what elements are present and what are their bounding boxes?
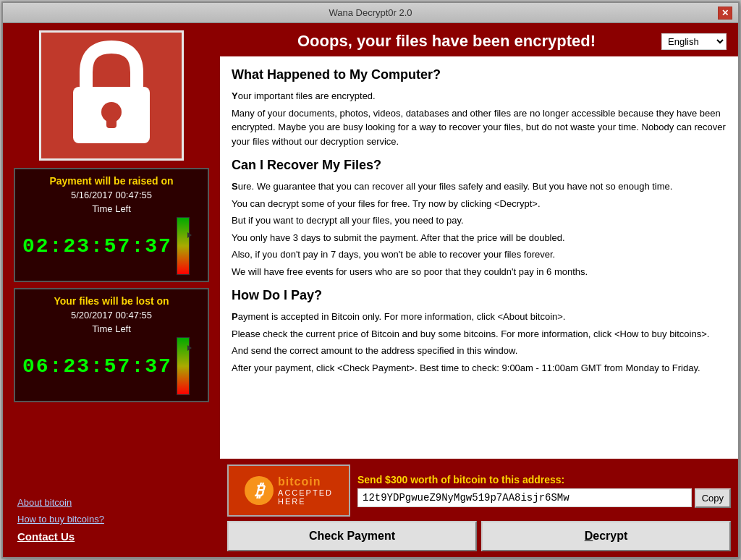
bitcoin-word: bitcoin bbox=[278, 475, 333, 488]
section2-para1: Sure. We guarantee that you can recover … bbox=[232, 179, 727, 194]
countdown-box-1: Payment will be raised on 5/16/2017 00:4… bbox=[14, 168, 209, 282]
section3-para2: Please check the current price of Bitcoi… bbox=[232, 327, 727, 341]
color-bar-1 bbox=[177, 217, 190, 275]
send-label: Send $300 worth of bitcoin to this addre… bbox=[357, 474, 731, 485]
color-bar-2 bbox=[177, 337, 190, 395]
left-links: About bitcoin How to buy bitcoins? Conta… bbox=[10, 408, 213, 550]
color-bar-indicator-2 bbox=[187, 345, 192, 351]
svg-rect-2 bbox=[106, 112, 117, 128]
countdown2-timer: 06:23:57:37 bbox=[22, 355, 172, 378]
bitcoin-accepted: ACCEPTED bbox=[278, 488, 333, 497]
countdown-box-2: Your files will be lost on 5/20/2017 00:… bbox=[14, 288, 209, 402]
right-header: Ooops, your files have been encrypted! E… bbox=[220, 23, 738, 56]
check-payment-button[interactable]: Check Payment bbox=[227, 521, 477, 551]
lock-icon-container bbox=[39, 30, 184, 161]
section2-para6: We will have free events for users who a… bbox=[232, 265, 727, 279]
countdown2-label: Your files will be lost on bbox=[22, 295, 200, 307]
section2-para2: You can decrypt some of your files for f… bbox=[232, 197, 727, 211]
language-select[interactable]: English Chinese Spanish French German Ru… bbox=[661, 33, 727, 50]
section2-para4: You only have 3 days to submit the payme… bbox=[232, 231, 727, 245]
content-area[interactable]: What Happened to My Computer? Your impor… bbox=[220, 56, 738, 459]
bitcoin-text-group: bitcoin ACCEPTED HERE bbox=[278, 475, 333, 506]
header-title: Ooops, your files have been encrypted! bbox=[232, 32, 661, 51]
section2-para3: But if you want to decrypt all your file… bbox=[232, 213, 727, 228]
section3-para1: Payment is accepted in Bitcoin only. For… bbox=[232, 310, 727, 324]
close-button[interactable]: ✕ bbox=[718, 7, 732, 20]
countdown1-label: Payment will be raised on bbox=[22, 175, 200, 187]
bitcoin-row: ₿ bitcoin ACCEPTED HERE Send $300 worth … bbox=[227, 464, 731, 517]
countdown1-time-label: Time Left bbox=[22, 203, 200, 214]
bottom-payment: ₿ bitcoin ACCEPTED HERE Send $300 worth … bbox=[220, 459, 738, 557]
address-row: Copy bbox=[357, 488, 731, 508]
countdown2-time-label: Time Left bbox=[22, 323, 200, 334]
bitcoin-symbol: ₿ bbox=[245, 476, 274, 505]
address-section: Send $300 worth of bitcoin to this addre… bbox=[357, 474, 731, 508]
action-buttons: Check Payment Decrypt bbox=[227, 521, 731, 551]
section1-title: What Happened to My Computer? bbox=[232, 65, 727, 85]
timer-bar-2: 06:23:57:37 bbox=[22, 337, 200, 395]
countdown2-date: 5/20/2017 00:47:55 bbox=[22, 310, 200, 321]
left-panel: Payment will be raised on 5/16/2017 00:4… bbox=[3, 23, 220, 557]
bitcoin-address-input[interactable] bbox=[357, 488, 692, 507]
section3-title: How Do I Pay? bbox=[232, 286, 727, 305]
bitcoin-logo: ₿ bitcoin ACCEPTED HERE bbox=[227, 464, 350, 517]
right-panel: Ooops, your files have been encrypted! E… bbox=[220, 23, 738, 557]
countdown1-timer: 02:23:57:37 bbox=[22, 235, 172, 258]
color-bar-indicator-1 bbox=[187, 232, 192, 238]
lock-icon bbox=[64, 40, 158, 151]
about-bitcoin-link[interactable]: About bitcoin bbox=[17, 497, 206, 508]
bitcoin-here: HERE bbox=[278, 497, 333, 506]
copy-button[interactable]: Copy bbox=[695, 488, 731, 508]
countdown1-date: 5/16/2017 00:47:55 bbox=[22, 190, 200, 200]
section3-para4: After your payment, click <Check Payment… bbox=[232, 361, 727, 376]
main-window: Wana Decrypt0r 2.0 ✕ bbox=[1, 1, 740, 559]
section2-para5: Also, if you don't pay in 7 days, you wo… bbox=[232, 247, 727, 262]
decrypt-button[interactable]: Decrypt bbox=[481, 521, 731, 551]
window-content: Payment will be raised on 5/16/2017 00:4… bbox=[3, 23, 738, 557]
window-title: Wana Decrypt0r 2.0 bbox=[23, 7, 718, 18]
bitcoin-logo-inner: ₿ bitcoin ACCEPTED HERE bbox=[245, 475, 333, 506]
timer-bar-1: 02:23:57:37 bbox=[22, 217, 200, 275]
section3-para3: And send the correct amount to the addre… bbox=[232, 344, 727, 358]
section1-para1: Your important files are encrypted. bbox=[232, 89, 727, 103]
section1-para2: Many of your documents, photos, videos, … bbox=[232, 106, 727, 149]
section2-title: Can I Recover My Files? bbox=[232, 156, 727, 175]
how-to-buy-link[interactable]: How to buy bitcoins? bbox=[17, 514, 206, 525]
contact-us-link[interactable]: Contact Us bbox=[17, 530, 206, 543]
title-bar: Wana Decrypt0r 2.0 ✕ bbox=[3, 3, 738, 23]
